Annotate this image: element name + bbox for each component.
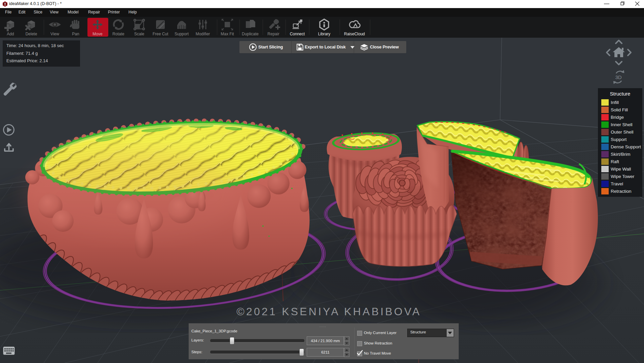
svg-text:©2021 KSENIYA KHABIBOVA: ©2021 KSENIYA KHABIBOVA — [236, 305, 421, 318]
svg-text:3D: 3D — [615, 74, 621, 80]
